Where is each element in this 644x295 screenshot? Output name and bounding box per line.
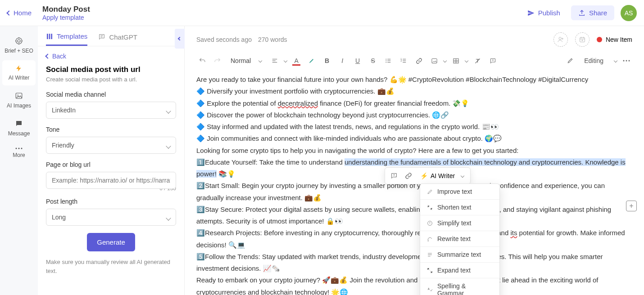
menu-spelling-grammar[interactable]: Spelling & Grammar <box>420 278 499 295</box>
upload-icon <box>578 9 585 17</box>
rail-brief-seo[interactable]: Brief + SEO <box>2 32 36 58</box>
content-line: Ready to embark on your crypto journey? … <box>196 274 632 295</box>
highlight-button[interactable] <box>306 55 317 67</box>
svg-point-17 <box>626 60 627 62</box>
home-label: Home <box>14 9 32 17</box>
underline-button[interactable]: U <box>352 55 363 67</box>
selection-toolbar: ⚡ AI Writer <box>385 167 471 184</box>
channel-label: Social media channel <box>46 91 176 98</box>
add-user-button[interactable] <box>553 32 568 47</box>
rail-more[interactable]: More <box>2 143 36 163</box>
redo-button[interactable] <box>212 55 223 67</box>
rail-ai-images[interactable]: AI Images <box>2 87 36 113</box>
undo-icon <box>199 57 206 64</box>
link-button[interactable] <box>413 55 425 67</box>
top-bar: Home Monday Post Apply template Publish … <box>0 0 644 26</box>
chevron-down-icon[interactable] <box>465 59 468 63</box>
menu-simplify-text[interactable]: Simplify text <box>420 215 499 231</box>
chevron-down-icon[interactable] <box>284 59 287 63</box>
sidebar-tabs: Templates ChatGPT <box>38 26 184 46</box>
italic-button[interactable]: I <box>336 55 348 67</box>
text-color-button[interactable]: A <box>290 55 302 67</box>
chevron-left-icon <box>6 10 11 15</box>
undo-button[interactable] <box>196 55 208 67</box>
comment-icon <box>390 172 398 179</box>
length-select[interactable]: Long <box>46 209 176 226</box>
clear-format-button[interactable] <box>472 55 483 67</box>
sidebar: Templates ChatGPT Back Social media post… <box>38 26 185 295</box>
svg-point-18 <box>629 60 630 62</box>
status-dropdown[interactable]: New Item <box>597 36 632 43</box>
left-rail: Brief + SEO AI Writer AI Images Message … <box>0 26 38 295</box>
chevron-down-icon <box>461 174 464 178</box>
sidebar-body: Back Social media post with url Create s… <box>38 46 184 282</box>
share-button[interactable]: Share <box>571 5 614 20</box>
svg-text:2: 2 <box>401 60 402 62</box>
menu-improve-text[interactable]: Improve text <box>420 184 499 200</box>
clear-format-icon <box>474 58 481 64</box>
rail-ai-writer[interactable]: AI Writer <box>2 60 36 85</box>
content-line: 🔷 Stay informed and updated with the lat… <box>196 121 632 133</box>
link-icon <box>416 58 422 64</box>
menu-expand-text[interactable]: Expand text <box>420 263 499 278</box>
channel-value: LinkedIn <box>52 107 76 114</box>
content-line: Looking for some crypto tips to help you… <box>196 145 632 156</box>
table-button[interactable] <box>450 55 462 67</box>
back-link[interactable]: Back <box>46 53 176 60</box>
paragraph-style-dropdown[interactable]: Normal <box>227 55 265 66</box>
doc-title[interactable]: Monday Post <box>42 5 90 14</box>
rail-message[interactable]: Message <box>2 115 36 141</box>
ordered-list-button[interactable]: 12 <box>398 55 409 67</box>
align-button[interactable] <box>269 55 281 67</box>
more-button[interactable] <box>621 55 632 67</box>
send-icon <box>527 9 535 17</box>
menu-summarize-text[interactable]: Summarize text <box>420 247 499 263</box>
home-link[interactable]: Home <box>7 9 32 17</box>
bold-button[interactable]: B <box>321 55 333 67</box>
apply-template-link[interactable]: Apply template <box>42 14 90 21</box>
color-swatch-icon <box>292 64 300 66</box>
svg-point-5 <box>18 148 20 149</box>
collapse-sidebar-button[interactable] <box>175 29 185 49</box>
summarize-icon <box>426 251 433 258</box>
svg-point-9 <box>386 59 387 60</box>
status-label: New Item <box>606 36 632 43</box>
rail-more-label: More <box>13 152 25 158</box>
chevron-down-icon <box>614 59 617 63</box>
add-comment-side-button[interactable]: + <box>626 201 637 211</box>
channel-select[interactable]: LinkedIn <box>46 102 176 119</box>
selection-comment-button[interactable] <box>387 170 401 182</box>
selection-link-button[interactable] <box>401 170 416 182</box>
tab-chatgpt[interactable]: ChatGPT <box>98 32 137 46</box>
avatar[interactable]: AS <box>621 5 637 21</box>
rail-brief-label: Brief + SEO <box>5 48 33 54</box>
format-toolbar: Normal A B I U S 12 Editing <box>185 53 644 72</box>
publish-label: Publish <box>538 9 560 17</box>
bullet-list-icon <box>385 58 391 64</box>
generate-button[interactable]: Generate <box>87 233 135 251</box>
tone-select[interactable]: Friendly <box>46 137 176 154</box>
menu-shorten-text[interactable]: Shorten text <box>420 200 499 215</box>
content-line: Are you ready to take your financial fut… <box>196 74 632 85</box>
menu-rewrite-text[interactable]: Rewrite text <box>420 231 499 247</box>
strike-button[interactable]: S <box>367 55 379 67</box>
editor-header-right: New Item <box>553 32 632 47</box>
chat-icon <box>98 33 105 40</box>
underline-icon: U <box>355 57 360 64</box>
aiwriter-menu: Improve text Shorten text Simplify text … <box>420 183 500 295</box>
bullet-list-button[interactable] <box>382 55 394 67</box>
comment-button[interactable] <box>487 55 499 67</box>
status-dot-icon <box>597 37 602 42</box>
chevron-down-icon[interactable] <box>443 59 447 63</box>
url-input[interactable] <box>46 172 176 189</box>
image-icon <box>15 92 23 100</box>
add-date-button[interactable] <box>575 32 590 47</box>
selection-aiwriter-dropdown[interactable]: ⚡ AI Writer <box>416 170 468 181</box>
publish-button[interactable]: Publish <box>523 6 565 19</box>
image-button[interactable] <box>428 55 440 67</box>
dots-icon <box>622 60 630 62</box>
tone-label: Tone <box>46 126 176 133</box>
editor-area: Saved seconds ago 270 words New Item Nor… <box>185 26 644 295</box>
editing-mode-dropdown[interactable]: Editing <box>567 57 617 64</box>
tab-templates[interactable]: Templates <box>46 32 87 46</box>
